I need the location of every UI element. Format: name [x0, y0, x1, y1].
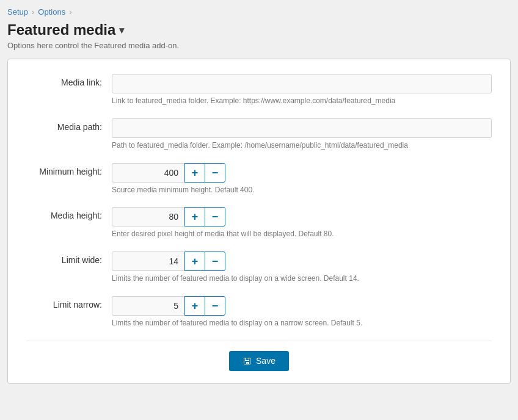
- control-limit-wide: + − Limits the number of featured media …: [112, 252, 492, 284]
- decrement-media-height[interactable]: −: [205, 207, 225, 226]
- decrement-minimum-height[interactable]: −: [205, 163, 225, 183]
- control-media-height: + − Enter desired pixel height of media …: [112, 207, 492, 239]
- increment-minimum-height[interactable]: +: [184, 163, 205, 183]
- breadcrumb: Setup › Options ›: [7, 7, 511, 16]
- hint-limit-narrow: Limits the number of featured media to d…: [112, 318, 492, 328]
- hint-media-path: Path to featured_media folder. Example: …: [112, 140, 492, 151]
- increment-limit-wide[interactable]: +: [184, 252, 205, 271]
- field-minimum-height: Minimum height: + − Source media minimum…: [26, 163, 492, 195]
- breadcrumb-sep-1: ›: [32, 7, 34, 16]
- label-limit-narrow: Limit narrow:: [26, 296, 112, 310]
- input-limit-narrow[interactable]: [112, 296, 185, 316]
- hint-media-link: Link to featured_media folder. Example: …: [112, 96, 492, 106]
- increment-limit-narrow[interactable]: +: [184, 296, 205, 316]
- field-limit-narrow: Limit narrow: + − Limits the number of f…: [26, 296, 492, 328]
- input-limit-wide[interactable]: [112, 252, 185, 271]
- breadcrumb-sep-2: ›: [69, 7, 71, 16]
- title-dropdown-icon[interactable]: ▾: [119, 24, 124, 36]
- save-area: 🖫 Save: [26, 341, 492, 371]
- options-form-panel: Media link: Link to featured_media folde…: [7, 59, 511, 384]
- stepper-limit-narrow: + −: [112, 296, 492, 316]
- input-media-link[interactable]: [112, 74, 492, 93]
- decrement-limit-narrow[interactable]: −: [205, 296, 225, 316]
- input-media-path[interactable]: [112, 118, 492, 138]
- input-media-height[interactable]: [112, 207, 185, 226]
- label-media-path: Media path:: [26, 118, 112, 132]
- stepper-limit-wide: + −: [112, 252, 492, 271]
- page-subtitle: Options here control the Featured media …: [7, 41, 511, 50]
- label-limit-wide: Limit wide:: [26, 252, 112, 265]
- field-media-path: Media path: Path to featured_media folde…: [26, 118, 492, 151]
- field-media-link: Media link: Link to featured_media folde…: [26, 74, 492, 106]
- control-limit-narrow: + − Limits the number of featured media …: [112, 296, 492, 328]
- input-minimum-height[interactable]: [112, 163, 185, 183]
- stepper-minimum-height: + −: [112, 163, 492, 183]
- field-media-height: Media height: + − Enter desired pixel he…: [26, 207, 492, 239]
- control-media-path: Path to featured_media folder. Example: …: [112, 118, 492, 151]
- field-limit-wide: Limit wide: + − Limits the number of fea…: [26, 252, 492, 284]
- save-icon: 🖫: [243, 356, 252, 366]
- hint-minimum-height: Source media minimum height. Default 400…: [112, 185, 492, 195]
- save-button[interactable]: 🖫 Save: [229, 351, 289, 371]
- hint-media-height: Enter desired pixel height of media that…: [112, 229, 492, 239]
- hint-limit-wide: Limits the number of featured media to d…: [112, 273, 492, 284]
- control-media-link: Link to featured_media folder. Example: …: [112, 74, 492, 106]
- breadcrumb-setup[interactable]: Setup: [7, 7, 28, 16]
- save-label: Save: [256, 356, 275, 366]
- label-media-link: Media link:: [26, 74, 112, 87]
- label-minimum-height: Minimum height:: [26, 163, 112, 176]
- stepper-media-height: + −: [112, 207, 492, 226]
- breadcrumb-options[interactable]: Options: [38, 7, 65, 16]
- decrement-limit-wide[interactable]: −: [205, 252, 225, 271]
- control-minimum-height: + − Source media minimum height. Default…: [112, 163, 492, 195]
- label-media-height: Media height:: [26, 207, 112, 220]
- page-title: Featured media ▾: [7, 21, 511, 38]
- increment-media-height[interactable]: +: [184, 207, 205, 226]
